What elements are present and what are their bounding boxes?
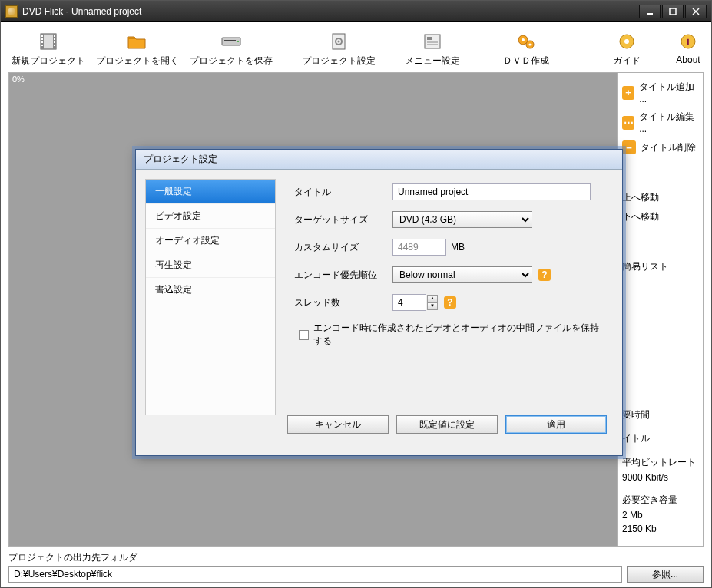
guide-button[interactable]: ガイド bbox=[610, 30, 644, 69]
titlebar[interactable]: DVD Flick - Unnamed project bbox=[1, 1, 711, 22]
delete-title-label: タイトル削除 bbox=[641, 141, 696, 154]
defaults-button[interactable]: 既定値に設定 bbox=[396, 415, 498, 434]
custom-size-field[interactable] bbox=[392, 239, 446, 256]
nav-playback[interactable]: 再生設定 bbox=[146, 253, 275, 278]
output-folder-input[interactable] bbox=[8, 566, 622, 583]
title-field-label: タイトル bbox=[294, 186, 392, 199]
help-icon[interactable]: ? bbox=[538, 269, 551, 281]
film-icon bbox=[36, 31, 61, 51]
menu-settings-label: メニュー設定 bbox=[405, 55, 460, 68]
keep-files-label: エンコード時に作成されたビデオとオーディオの中間ファイルを保持する bbox=[313, 322, 607, 348]
side-panel: +タイトル追加 ... ⋯タイトル編集 ... −タイトル削除 上へ移動 下へ移… bbox=[617, 73, 703, 546]
help-icon[interactable]: ? bbox=[444, 296, 456, 309]
svg-rect-1 bbox=[670, 8, 676, 15]
nav-audio[interactable]: オーディオ設定 bbox=[146, 229, 275, 253]
minimize-button[interactable] bbox=[639, 5, 661, 18]
move-up-button[interactable]: 上へ移動 bbox=[621, 188, 700, 207]
space-value-1: 2 Mb bbox=[621, 508, 700, 522]
about-label: About bbox=[676, 55, 700, 65]
toolbar: 新規プロジェクト プロジェクトを開く プロジェクトを保存 プロジェクト設定 メニ… bbox=[8, 30, 704, 69]
target-size-label: ターゲットサイズ bbox=[294, 213, 392, 226]
custom-size-label: カスタムサイズ bbox=[294, 241, 392, 254]
space-value-2: 2150 Kb bbox=[621, 522, 700, 536]
new-project-button[interactable]: 新規プロジェクト bbox=[8, 30, 88, 69]
bitrate-label: 平均ビットレート bbox=[621, 454, 700, 471]
settings-doc-icon bbox=[326, 31, 351, 51]
svg-point-17 bbox=[237, 41, 239, 42]
svg-point-30 bbox=[624, 39, 629, 44]
svg-rect-8 bbox=[41, 38, 43, 40]
nav-general[interactable]: 一般設定 bbox=[146, 180, 275, 204]
app-icon bbox=[5, 5, 18, 18]
about-icon: i bbox=[676, 31, 700, 51]
simple-list-label: 簡易リスト bbox=[622, 260, 668, 273]
svg-rect-11 bbox=[54, 35, 55, 37]
menu-settings-button[interactable]: メニュー設定 bbox=[402, 30, 463, 69]
dots-icon: ⋯ bbox=[622, 116, 634, 130]
app-window: DVD Flick - Unnamed project 新規プロジェクト プロジ… bbox=[0, 0, 712, 588]
project-settings-label: プロジェクト設定 bbox=[302, 55, 376, 68]
svg-rect-21 bbox=[425, 35, 440, 48]
dialog-title[interactable]: プロジェクト設定 bbox=[136, 150, 622, 170]
nav-video[interactable]: ビデオ設定 bbox=[146, 204, 275, 229]
svg-rect-7 bbox=[41, 35, 43, 37]
priority-label: エンコード優先順位 bbox=[294, 269, 392, 282]
save-project-button[interactable]: プロジェクトを保存 bbox=[187, 30, 276, 69]
nav-write[interactable]: 書込設定 bbox=[146, 278, 275, 302]
apply-button[interactable]: 適用 bbox=[505, 415, 607, 434]
create-dvd-button[interactable]: ＤＶＤ作成 bbox=[500, 30, 552, 69]
duration-label: 要時間 bbox=[621, 407, 700, 423]
target-size-select[interactable]: DVD (4.3 GB) bbox=[392, 211, 532, 228]
about-button[interactable]: i About bbox=[673, 30, 704, 69]
svg-point-26 bbox=[522, 38, 525, 41]
spin-up-icon[interactable]: ▲ bbox=[427, 295, 438, 302]
plus-icon: + bbox=[622, 86, 634, 100]
svg-point-20 bbox=[338, 41, 340, 43]
svg-rect-14 bbox=[54, 45, 55, 46]
title-field[interactable] bbox=[392, 183, 591, 200]
move-up-label: 上へ移動 bbox=[622, 191, 659, 204]
footer: プロジェクトの出力先フォルダ 参照... bbox=[8, 551, 704, 583]
gears-icon bbox=[514, 31, 538, 51]
dialog-form: タイトル ターゲットサイズ DVD (4.3 GB) カスタムサイズ MB エン… bbox=[276, 170, 622, 415]
threads-label: スレッド数 bbox=[294, 296, 392, 309]
cancel-button[interactable]: キャンセル bbox=[287, 415, 389, 434]
priority-select[interactable]: Below normal bbox=[392, 266, 532, 283]
new-project-label: 新規プロジェクト bbox=[12, 55, 85, 68]
bitrate-value: 9000 Kbit/s bbox=[621, 471, 700, 484]
svg-rect-13 bbox=[54, 41, 55, 43]
guide-icon bbox=[614, 31, 639, 51]
create-dvd-label: ＤＶＤ作成 bbox=[503, 55, 549, 68]
close-button[interactable] bbox=[685, 5, 707, 18]
maximize-button[interactable] bbox=[662, 5, 684, 18]
content-area: 新規プロジェクト プロジェクトを開く プロジェクトを保存 プロジェクト設定 メニ… bbox=[1, 22, 711, 587]
threads-spinner[interactable]: ▲▼ bbox=[427, 295, 438, 310]
move-down-label: 下へ移動 bbox=[622, 210, 659, 223]
guide-label: ガイド bbox=[613, 55, 641, 68]
project-settings-button[interactable]: プロジェクト設定 bbox=[299, 30, 379, 69]
add-title-button[interactable]: +タイトル追加 ... bbox=[621, 78, 700, 107]
browse-button[interactable]: 参照... bbox=[627, 566, 704, 583]
save-project-label: プロジェクトを保存 bbox=[190, 55, 273, 68]
simple-list-button[interactable]: 簡易リスト bbox=[621, 257, 700, 276]
threads-field[interactable] bbox=[392, 294, 426, 311]
window-controls bbox=[639, 5, 707, 18]
progress-percent: 0% bbox=[12, 74, 25, 84]
output-folder-label: プロジェクトの出力先フォルダ bbox=[8, 551, 704, 564]
svg-text:i: i bbox=[687, 36, 689, 47]
title-count-label: イトル bbox=[621, 431, 700, 447]
keep-files-checkbox[interactable] bbox=[299, 330, 309, 340]
menu-icon bbox=[420, 31, 445, 51]
open-project-button[interactable]: プロジェクトを開く bbox=[93, 30, 182, 69]
dialog-buttons: キャンセル 既定値に設定 適用 bbox=[136, 415, 622, 444]
delete-title-button[interactable]: −タイトル削除 bbox=[621, 137, 700, 157]
drive-icon bbox=[219, 31, 243, 51]
move-down-button[interactable]: 下へ移動 bbox=[621, 207, 700, 226]
folder-open-icon bbox=[125, 31, 150, 51]
svg-rect-9 bbox=[41, 41, 43, 43]
space-label: 必要空き容量 bbox=[621, 492, 700, 508]
svg-rect-10 bbox=[41, 45, 43, 46]
svg-rect-22 bbox=[427, 37, 432, 40]
edit-title-button[interactable]: ⋯タイトル編集 ... bbox=[621, 107, 700, 137]
spin-down-icon[interactable]: ▼ bbox=[427, 302, 438, 310]
